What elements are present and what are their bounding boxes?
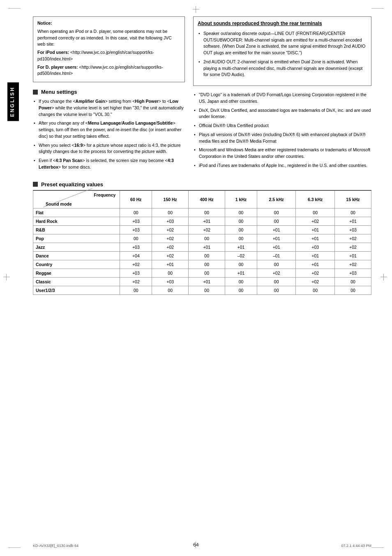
table-header-row: Frequency Sound mode 60 Hz 150 Hz 400 Hz… <box>33 190 371 208</box>
sound-mode-cell: Pop <box>33 234 120 243</box>
value-cell: 00 <box>334 208 371 217</box>
about-sounds-item-2: 2nd AUDIO OUT: 2-channel signal is emitt… <box>198 59 367 78</box>
value-cell: 00 <box>152 269 189 277</box>
value-cell: 00 <box>257 217 296 225</box>
trademark-item-3: Official DivX® Ultra Certified product <box>193 123 371 129</box>
value-cell: +02 <box>334 243 371 251</box>
sound-mode-cell: Jazz <box>33 243 120 251</box>
value-cell: +01 <box>225 243 257 251</box>
table-row: Hard Rock+03+03+010000+02+01 <box>33 217 371 225</box>
sound-mode-cell: Dance <box>33 251 120 260</box>
value-cell: +03 <box>152 277 189 286</box>
value-cell: +02 <box>152 234 189 243</box>
value-cell: +01 <box>296 225 335 234</box>
value-cell: +02 <box>189 225 225 234</box>
about-sounds-box: About sounds reproduced through the rear… <box>193 16 371 86</box>
th-400hz: 400 Hz <box>189 190 225 208</box>
value-cell: +02 <box>334 260 371 269</box>
footer-left: KD-AVX33[E]_0130.indb 64 <box>33 544 78 548</box>
trademark-item-1: "DVD Logo" is a trademark of DVD Format/… <box>193 92 371 105</box>
value-cell: 00 <box>334 277 371 286</box>
trademark-item-4: Plays all versions of DivX® video (inclu… <box>193 132 371 145</box>
value-cell: +02 <box>257 269 296 277</box>
value-cell: 00 <box>257 208 296 217</box>
value-cell: +04 <box>120 251 152 260</box>
value-cell: +02 <box>296 277 335 286</box>
table-row: Dance+04+0200–02–01+01+01 <box>33 251 371 260</box>
value-cell: +01 <box>296 251 335 260</box>
value-cell: +02 <box>120 277 152 286</box>
notice-dplayer: For D. player users: <http://www.jvc.co.… <box>37 64 180 77</box>
value-cell: +01 <box>296 234 335 243</box>
menu-settings-header: Menu settings <box>33 89 185 95</box>
value-cell: +01 <box>296 260 335 269</box>
value-cell: +02 <box>152 251 189 260</box>
trademark-item-5: Microsoft and Windows Media are either r… <box>193 147 371 160</box>
value-cell: –01 <box>257 251 296 260</box>
sound-mode-cell: Reggae <box>33 269 120 277</box>
preset-icon <box>33 182 38 187</box>
trademark-item-6: iPod and iTunes are trademarks of Apple … <box>193 162 371 169</box>
th-15khz: 15 kHz <box>334 190 371 208</box>
sound-mode-cell: Country <box>33 260 120 269</box>
value-cell: 00 <box>225 208 257 217</box>
value-cell: +03 <box>120 269 152 277</box>
value-cell: +01 <box>334 217 371 225</box>
value-cell: 00 <box>120 234 152 243</box>
value-cell: +01 <box>257 243 296 251</box>
value-cell: –02 <box>225 251 257 260</box>
value-cell: +02 <box>334 234 371 243</box>
value-cell: +02 <box>152 225 189 234</box>
th-diagonal: Frequency Sound mode <box>33 190 120 208</box>
value-cell: 00 <box>296 208 335 217</box>
english-label: ENGLISH <box>7 82 19 121</box>
trademark-list: "DVD Logo" is a trademark of DVD Format/… <box>193 92 371 169</box>
value-cell: 00 <box>225 286 257 294</box>
page: ENGLISH Notice: When operating an iPod o… <box>0 0 392 556</box>
menu-settings-item-1: If you change the <Amplifier Gain> setti… <box>33 98 185 118</box>
trademark-item-2: DivX, DivX Ultra Certified, and associat… <box>193 107 371 120</box>
table-row: Reggae+030000+01+02+02+03 <box>33 269 371 277</box>
th-150hz: 150 Hz <box>152 190 189 208</box>
menu-settings-title: Menu settings <box>41 89 77 95</box>
preset-section: Preset equalizing values Frequency Sound… <box>33 181 371 295</box>
th-1khz: 1 kHz <box>225 190 257 208</box>
menu-settings-list: If you change the <Amplifier Gain> setti… <box>33 98 185 171</box>
value-cell: +01 <box>257 234 296 243</box>
value-cell: 00 <box>257 277 296 286</box>
value-cell: +03 <box>152 217 189 225</box>
value-cell: 00 <box>152 208 189 217</box>
value-cell: 00 <box>225 217 257 225</box>
about-sounds-list: Speaker out/analog discrete output—LINE … <box>198 30 367 78</box>
value-cell: 00 <box>189 269 225 277</box>
notice-body: When operating an iPod or a D. player, s… <box>37 28 180 48</box>
value-cell: 00 <box>225 277 257 286</box>
sound-mode-cell: Hard Rock <box>33 217 120 225</box>
about-sounds-title: About sounds reproduced through the rear… <box>198 20 367 27</box>
value-cell: 00 <box>225 225 257 234</box>
sound-mode-cell: Classic <box>33 277 120 286</box>
value-cell: 00 <box>189 234 225 243</box>
preset-tbody: Flat00000000000000Hard Rock+03+03+010000… <box>33 208 371 294</box>
preset-title: Preset equalizing values <box>41 181 103 188</box>
menu-settings-icon <box>33 90 38 95</box>
value-cell: 00 <box>225 234 257 243</box>
notice-ipod: For iPod users: <http://www.jvc.co.jp/en… <box>37 49 180 63</box>
value-cell: 00 <box>189 251 225 260</box>
sound-mode-cell: R&B <box>33 225 120 234</box>
sound-mode-cell: Flat <box>33 208 120 217</box>
preset-header: Preset equalizing values <box>33 181 371 188</box>
table-row: Classic+02+03+010000+0200 <box>33 277 371 286</box>
th-2-5khz: 2.5 kHz <box>257 190 296 208</box>
menu-settings-item-3: When you select <16:9> for a picture who… <box>33 142 185 155</box>
value-cell: 00 <box>189 286 225 294</box>
th-6-3khz: 6.3 kHz <box>296 190 335 208</box>
crosshair-left <box>3 274 12 282</box>
corner-tl <box>8 8 21 9</box>
value-cell: 00 <box>189 260 225 269</box>
value-cell: +03 <box>334 269 371 277</box>
svg-line-0 <box>43 188 92 207</box>
table-row: Jazz+03+02+01+01+01+03+02 <box>33 243 371 251</box>
page-number: 64 <box>193 542 198 548</box>
footer-right: 07.2.1 4:44:43 PM <box>341 544 371 548</box>
